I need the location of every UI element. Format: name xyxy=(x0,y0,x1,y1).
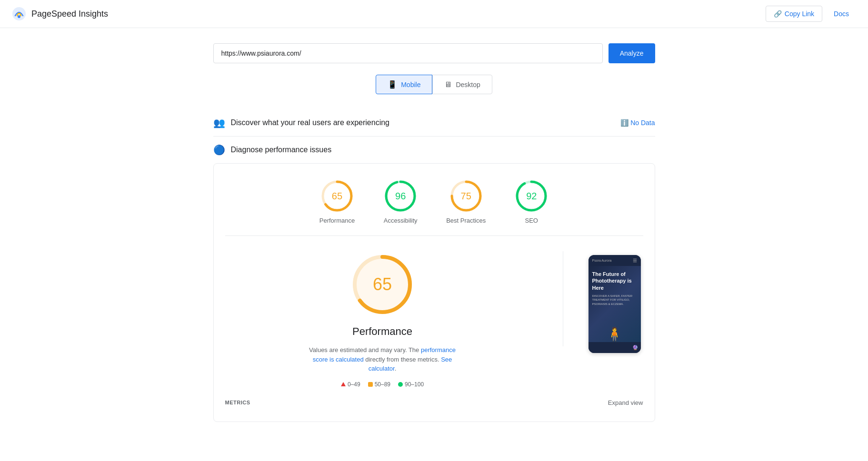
accessibility-circle: 96 xyxy=(383,179,418,213)
best-practices-score: 75 xyxy=(461,191,471,202)
vertical-divider xyxy=(563,251,563,346)
main-content: Analyze 📱 Mobile 🖥 Desktop 👥 Discover wh… xyxy=(206,28,663,437)
tab-desktop[interactable]: 🖥 Desktop xyxy=(432,75,492,94)
phone-brand-text: Psora Aurora xyxy=(592,259,612,262)
accessibility-score: 96 xyxy=(395,191,406,202)
tab-mobile[interactable]: 📱 Mobile xyxy=(376,75,432,94)
phone-hero-title: The Future of Phototherapy is Here xyxy=(592,271,637,291)
score-legend: 0–49 50–89 90–100 xyxy=(341,381,424,388)
diagnose-title: Diagnose performance issues xyxy=(231,146,332,154)
performance-score: 65 xyxy=(332,191,342,202)
metrics-footer: METRICS Expand view xyxy=(225,395,643,406)
diagnose-section: 🔵 Diagnose performance issues xyxy=(213,144,655,156)
mobile-icon: 📱 xyxy=(388,80,397,89)
detail-left: 65 Performance Values are estimated and … xyxy=(225,251,540,388)
legend-green-icon xyxy=(398,382,403,387)
analyze-button[interactable]: Analyze xyxy=(609,43,655,63)
big-performance-circle: 65 xyxy=(349,251,416,318)
phone-mockup: Psora Aurora ☰ The Future of Phototherap… xyxy=(589,255,641,353)
score-performance[interactable]: 65 Performance xyxy=(319,179,355,224)
seo-label: SEO xyxy=(525,217,538,224)
pagespeed-logo xyxy=(11,6,27,21)
legend-orange: 50–89 xyxy=(368,381,390,388)
score-best-practices[interactable]: 75 Best Practices xyxy=(446,179,486,224)
score-accessibility[interactable]: 96 Accessibility xyxy=(383,179,418,224)
diagnose-icon: 🔵 xyxy=(213,144,225,156)
phone-footer-icon: 🔮 xyxy=(632,345,638,350)
copy-link-button[interactable]: 🔗 Copy Link xyxy=(766,6,822,22)
svg-point-1 xyxy=(18,15,20,18)
phone-hero-sub: DISCOVER A SAFER, FASTER TREATMENT FOR V… xyxy=(592,294,637,306)
users-icon: 👥 xyxy=(213,117,225,128)
legend-green: 90–100 xyxy=(398,381,424,388)
phone-hero: The Future of Phototherapy is Here DISCO… xyxy=(589,266,641,342)
scores-row: 65 Performance 96 Accessibility xyxy=(225,179,643,236)
phone-footer: 🔮 xyxy=(589,342,641,353)
best-practices-circle: 75 xyxy=(449,179,483,213)
accessibility-label: Accessibility xyxy=(384,217,418,224)
score-seo[interactable]: 92 SEO xyxy=(514,179,549,224)
detail-description: Values are estimated and may vary. The p… xyxy=(301,345,463,373)
legend-orange-icon xyxy=(368,382,373,387)
legend-red: 0–49 xyxy=(341,381,360,388)
search-row: Analyze xyxy=(213,43,655,63)
header-actions: 🔗 Copy Link Docs xyxy=(766,6,857,22)
detail-label: Performance xyxy=(352,325,412,338)
best-practices-label: Best Practices xyxy=(446,217,486,224)
link-icon: 🔗 xyxy=(774,10,782,18)
screenshot-preview: Psora Aurora ☰ The Future of Phototherap… xyxy=(586,251,643,353)
legend-red-icon xyxy=(341,382,346,386)
detail-section: 65 Performance Values are estimated and … xyxy=(225,251,643,388)
big-performance-score: 65 xyxy=(373,275,392,294)
app-title: PageSpeed Insights xyxy=(31,9,108,19)
scores-card: 65 Performance 96 Accessibility xyxy=(213,163,655,422)
seo-circle: 92 xyxy=(514,179,549,213)
no-data-link[interactable]: ℹ️ No Data xyxy=(620,119,655,127)
metrics-label: METRICS xyxy=(225,400,250,405)
discover-left: 👥 Discover what your real users are expe… xyxy=(213,117,389,128)
device-tabs: 📱 Mobile 🖥 Desktop xyxy=(213,75,655,94)
logo-area: PageSpeed Insights xyxy=(11,6,108,21)
info-icon: ℹ️ xyxy=(620,119,629,127)
discover-section: 👥 Discover what your real users are expe… xyxy=(213,109,655,137)
phone-menu-icon: ☰ xyxy=(633,258,637,263)
phone-header: Psora Aurora ☰ xyxy=(589,255,641,266)
performance-label: Performance xyxy=(319,217,355,224)
docs-button[interactable]: Docs xyxy=(826,6,857,21)
expand-view-link[interactable]: Expand view xyxy=(608,399,643,406)
url-input[interactable] xyxy=(213,43,603,63)
seo-score: 92 xyxy=(526,191,537,202)
page-header: PageSpeed Insights 🔗 Copy Link Docs xyxy=(0,0,868,28)
desktop-icon: 🖥 xyxy=(444,80,452,89)
phone-figure-icon: 🧍 xyxy=(606,326,623,342)
performance-circle: 65 xyxy=(320,179,354,213)
discover-title: Discover what your real users are experi… xyxy=(231,118,389,127)
